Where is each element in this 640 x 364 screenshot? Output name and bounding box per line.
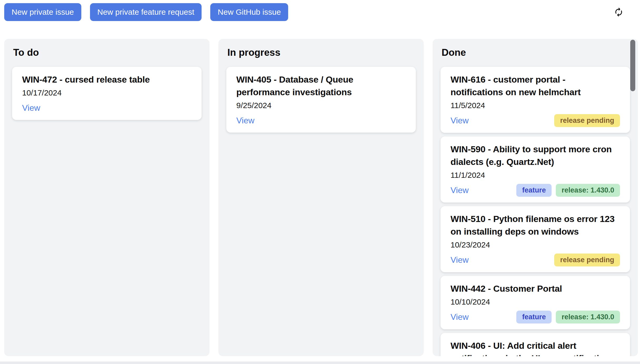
toolbar: New private issueNew private feature req… — [0, 0, 640, 21]
refresh-icon — [614, 7, 624, 17]
issue-title: WIN-406 - UI: Add critical alert notific… — [451, 339, 620, 356]
issue-card[interactable]: WIN-616 - customer portal - notification… — [441, 67, 630, 133]
badge-release-pending: release pending — [554, 254, 620, 266]
issue-date: 9/25/2024 — [236, 100, 406, 110]
issue-card[interactable]: WIN-405 - Database / Queue performance i… — [226, 67, 416, 133]
badge-release-1-430-0: release: 1.430.0 — [556, 311, 620, 323]
view-link[interactable]: View — [451, 185, 469, 195]
card-footer: View featurerelease: 1.430.0 — [451, 311, 620, 323]
card-list: WIN-405 - Database / Queue performance i… — [226, 67, 416, 133]
badge-release-1-430-0: release: 1.430.0 — [556, 184, 620, 197]
issue-card[interactable]: WIN-406 - UI: Add critical alert notific… — [441, 333, 630, 356]
badge-feature: feature — [516, 184, 552, 197]
issue-title: WIN-510 - Python filename os error 123 o… — [451, 213, 620, 238]
issue-card[interactable]: WIN-442 - Customer Portal 10/10/2024 Vie… — [441, 276, 630, 329]
card-footer: View release pending — [451, 254, 620, 266]
badge-feature: feature — [516, 311, 552, 323]
issue-date: 10/23/2024 — [451, 240, 620, 250]
issue-card[interactable]: WIN-510 - Python filename os error 123 o… — [441, 206, 630, 272]
vertical-scrollbar-thumb[interactable] — [630, 40, 635, 91]
card-footer: View — [236, 114, 406, 127]
card-footer: View featurerelease: 1.430.0 — [451, 184, 620, 197]
toolbar-button-row: New private issueNew private feature req… — [4, 3, 636, 21]
badge-group: release pending — [554, 114, 620, 127]
badge-release-pending: release pending — [554, 114, 620, 127]
issue-title: WIN-590 - Ability to support more cron d… — [451, 143, 620, 168]
toolbar-button-new-github-issue[interactable]: New GitHub issue — [210, 3, 288, 21]
card-list: WIN-616 - customer portal - notification… — [441, 67, 630, 356]
issue-title: WIN-405 - Database / Queue performance i… — [236, 73, 406, 98]
issue-date: 10/10/2024 — [451, 297, 620, 307]
badge-group: featurerelease: 1.430.0 — [516, 311, 620, 323]
column-title: Done — [442, 46, 630, 59]
column-title: To do — [13, 46, 202, 59]
issue-card[interactable]: WIN-590 - Ability to support more cron d… — [441, 136, 630, 203]
issue-title: WIN-616 - customer portal - notification… — [451, 73, 620, 98]
card-footer: View — [22, 102, 192, 114]
column-done: Done WIN-616 - customer portal - notific… — [433, 39, 638, 356]
view-link[interactable]: View — [451, 312, 469, 322]
issue-date: 11/1/2024 — [451, 170, 620, 180]
column-to-do: To do WIN-472 - cursed release table 10/… — [4, 39, 209, 356]
card-footer: View release pending — [451, 114, 620, 127]
toolbar-button-new-private-feature-request[interactable]: New private feature request — [90, 3, 202, 21]
refresh-button[interactable] — [614, 7, 624, 17]
issue-date: 10/17/2024 — [22, 88, 192, 98]
issue-title: WIN-472 - cursed release table — [22, 73, 192, 86]
card-list: WIN-472 - cursed release table 10/17/202… — [12, 67, 202, 120]
column-in-progress: In progress WIN-405 - Database / Queue p… — [218, 39, 424, 356]
kanban-board: To do WIN-472 - cursed release table 10/… — [0, 39, 640, 356]
column-title: In progress — [227, 46, 416, 59]
view-link[interactable]: View — [236, 116, 254, 125]
badge-group: release pending — [554, 254, 620, 266]
view-link[interactable]: View — [22, 103, 40, 113]
badge-group: featurerelease: 1.430.0 — [516, 184, 620, 197]
issue-title: WIN-442 - Customer Portal — [451, 282, 620, 295]
issue-date: 11/5/2024 — [451, 100, 620, 110]
toolbar-button-new-private-issue[interactable]: New private issue — [4, 3, 81, 21]
issue-card[interactable]: WIN-472 - cursed release table 10/17/202… — [12, 67, 202, 120]
view-link[interactable]: View — [451, 255, 469, 265]
view-link[interactable]: View — [451, 116, 469, 125]
horizontal-scrollbar-track[interactable] — [0, 362, 640, 364]
